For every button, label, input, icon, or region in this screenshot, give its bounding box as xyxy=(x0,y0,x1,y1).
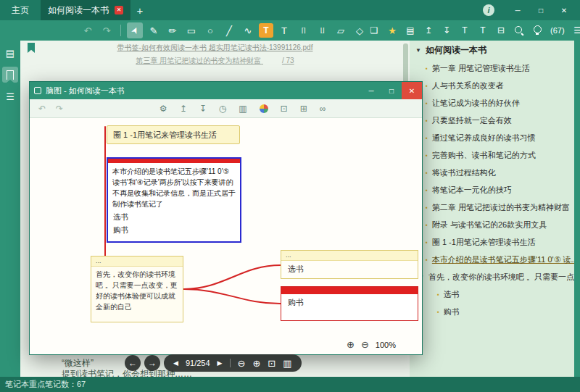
mindmap-canvas[interactable]: 圈 1 -1用笔记来管理读书生活 本市介绍的是读书笔记五步骤'11 0'⑤读书'… xyxy=(30,118,422,354)
info-icon[interactable]: i xyxy=(483,4,494,16)
settings-gear-icon[interactable]: ⚙ xyxy=(160,104,167,114)
mindmap-node-goushu[interactable]: 购书 xyxy=(281,286,418,321)
node-label: 选书 xyxy=(281,261,418,278)
zoom-in-button[interactable]: ⊕ xyxy=(347,339,355,350)
prev-note-icon[interactable]: T xyxy=(458,23,471,38)
two-page-view-button[interactable]: ▥ xyxy=(283,358,291,369)
star-icon[interactable]: ★ xyxy=(386,23,399,38)
outline-item[interactable]: ▪让笔记成为读书的好伙伴 xyxy=(410,94,574,112)
mindmap-redo-button[interactable]: ↷ xyxy=(56,104,63,114)
mindmap-close-button[interactable]: ✕ xyxy=(402,82,422,99)
top-tab-bar: 主页 如何阅读一本书 ✕ + i ─ □ ✕ xyxy=(0,0,580,20)
outline-item-selected[interactable]: ▪本市介绍的是读书笔记五步骤'11 0'⑤ 读... xyxy=(410,251,574,268)
mindmap-titlebar[interactable]: 脑图 - 如何阅读一本书 ─ □ ✕ xyxy=(30,82,422,99)
next-page-button[interactable]: ▶ xyxy=(218,359,223,367)
eraser-tool-button[interactable]: ▱ xyxy=(333,22,349,38)
window-controls: i ─ □ ✕ xyxy=(483,2,580,18)
bookmark-panel-button[interactable] xyxy=(2,67,18,83)
mindmap-minimize-button[interactable]: ─ xyxy=(361,82,381,99)
outline-item-label: 首先，改变你的读书环境吧 。只需要一点... xyxy=(428,272,574,283)
mindmap-window-icon xyxy=(34,87,41,94)
mindmap-node-note[interactable]: ... 首先，改变你的读书环境吧 。只需要一点改变，更好的读书体验便可以成就全新… xyxy=(91,256,183,322)
outline-item[interactable]: ▪第一章 用笔记管理读书生活 xyxy=(410,59,574,77)
zoom-out-button[interactable]: ⊖ xyxy=(238,358,246,369)
layout-icon[interactable]: ▥ xyxy=(239,104,246,114)
presentation-icon[interactable]: ⊡ xyxy=(281,104,288,114)
previous-page-button[interactable]: ◀ xyxy=(173,359,178,367)
select-tool-button[interactable]: ➤ xyxy=(127,22,143,38)
mindmap-node-xuanshu[interactable]: ... 选书 xyxy=(281,250,418,279)
close-button[interactable]: ✕ xyxy=(554,2,574,18)
tab-close-icon[interactable]: ✕ xyxy=(115,6,123,14)
page-panel-icon[interactable]: ❏ xyxy=(368,23,381,38)
scroll-bottom-icon[interactable]: ↧ xyxy=(440,23,453,38)
mindmap-maximize-button[interactable]: □ xyxy=(381,82,402,99)
outline-item[interactable]: ▪选书 xyxy=(410,285,574,303)
mindmap-undo-button[interactable]: ↶ xyxy=(38,104,46,114)
outline-item[interactable]: ▪将读书过程结构化 xyxy=(410,164,574,181)
undo-button[interactable]: ↶ xyxy=(80,22,96,38)
link-icon[interactable]: ∞ xyxy=(320,104,326,114)
wave-underline-tool-button[interactable]: ∿ xyxy=(240,22,256,38)
pen-tool-button[interactable]: ✎ xyxy=(146,22,162,38)
nav-forward-button[interactable]: → xyxy=(144,355,160,371)
bracket-open-tool-button[interactable]: ⌈⌉ xyxy=(295,22,311,38)
outline-item[interactable]: ▪附录 与读书笔记的26款实用文具 xyxy=(410,216,574,233)
mindmap-node-topic[interactable]: 圈 1 -1用笔记来管理读书生活 xyxy=(107,125,240,144)
rectangle-tool-button[interactable]: ▭ xyxy=(183,22,199,38)
outline-item[interactable]: ▪完善购书、读书和笔记的方式 xyxy=(410,146,574,164)
collapse-notes-icon[interactable]: ⊟ xyxy=(494,23,508,38)
next-note-icon[interactable]: T xyxy=(476,23,489,38)
maximize-button[interactable]: □ xyxy=(531,2,551,18)
node-detail-item[interactable]: 选书 xyxy=(108,211,240,224)
new-tab-button[interactable]: + xyxy=(130,4,149,17)
menu-panel-button[interactable]: ☰ xyxy=(2,88,18,104)
bullet-icon: ▪ xyxy=(426,152,428,159)
outline-item-expandable[interactable]: ▼首先，改变你的读书环境吧 。只需要一点... xyxy=(410,268,574,285)
collapse-icon[interactable]: ▼ xyxy=(415,47,421,54)
outline-item[interactable]: ▪将笔记本一元化的技巧 xyxy=(410,181,574,199)
outline-list-icon[interactable]: ▤ xyxy=(404,23,417,38)
export-icon[interactable]: ↥ xyxy=(180,104,187,114)
outline-root[interactable]: ▼ 如何阅读一本书 xyxy=(410,41,574,59)
scroll-top-icon[interactable]: ↥ xyxy=(422,23,435,38)
zoom-in-button[interactable]: ⊕ xyxy=(252,358,260,369)
outline-item[interactable]: ▪第二章 用笔记把读过的书变为精神财富 xyxy=(410,199,574,216)
outline-item-label: 将读书过程结构化 xyxy=(432,167,496,178)
bracket-close-tool-button[interactable]: ⌊⌋ xyxy=(314,22,330,38)
palette-icon[interactable] xyxy=(260,104,268,113)
mindmap-node-detail[interactable]: 本市介绍的是读书笔记五步骤'11 0'⑤读书'和'④记录'两步所'以按下来要讲的… xyxy=(107,157,241,243)
outline-item[interactable]: ▪人与书关系的改变者 xyxy=(410,77,574,94)
outline-item[interactable]: ▪购书 xyxy=(410,303,574,320)
bullet-icon: ▪ xyxy=(426,222,428,228)
ellipse-tool-button[interactable]: ○ xyxy=(202,22,218,38)
menu-button[interactable]: ☰ xyxy=(571,23,580,38)
line-tool-button[interactable]: ╱ xyxy=(221,22,237,38)
sidebar-scrollbar[interactable] xyxy=(574,41,580,377)
page-indicator[interactable]: 91/254 xyxy=(186,359,210,367)
import-icon[interactable]: ↧ xyxy=(199,104,207,114)
search-button[interactable] xyxy=(513,23,526,38)
minimize-button[interactable]: ─ xyxy=(508,2,528,18)
outline-item[interactable]: ▪圈 1 -1用笔记来管理读书生活 xyxy=(410,233,574,251)
redo-button[interactable]: ↷ xyxy=(99,22,115,38)
text-tool-button[interactable]: T xyxy=(276,22,292,38)
notebook-panel-button[interactable]: ▤ xyxy=(2,45,18,61)
outline-item[interactable]: ▪只要坚持就一定会有效 xyxy=(410,112,574,129)
fit-page-button[interactable]: ⊡ xyxy=(268,358,276,369)
note-counter: (67) xyxy=(549,26,566,35)
document-tab[interactable]: 如何阅读一本书 ✕ xyxy=(41,0,130,20)
idea-button[interactable] xyxy=(531,23,544,38)
node-detail-item[interactable]: 购书 xyxy=(108,224,240,237)
mindmap-window: 脑图 - 如何阅读一本书 ─ □ ✕ ↶ ↷ ⚙ ↥ ↧ ◷ ▥ ⊡ ⊞ ∞ xyxy=(29,81,423,355)
text-highlight-tool-button[interactable]: T xyxy=(259,23,273,38)
nav-back-button[interactable]: ← xyxy=(125,355,141,371)
screen-icon[interactable]: ⊞ xyxy=(300,104,307,114)
mindmap-history-group: ↶ ↷ xyxy=(30,104,63,114)
clear-tool-button[interactable]: ◇ xyxy=(352,22,368,38)
home-button[interactable]: 主页 xyxy=(0,0,41,20)
history-clock-icon[interactable]: ◷ xyxy=(219,104,226,114)
highlighter-tool-button[interactable]: ✏ xyxy=(165,22,181,38)
outline-item[interactable]: ▪通过笔记养成良好的读书习惯 xyxy=(410,129,574,146)
zoom-out-button[interactable]: ⊖ xyxy=(361,339,369,350)
